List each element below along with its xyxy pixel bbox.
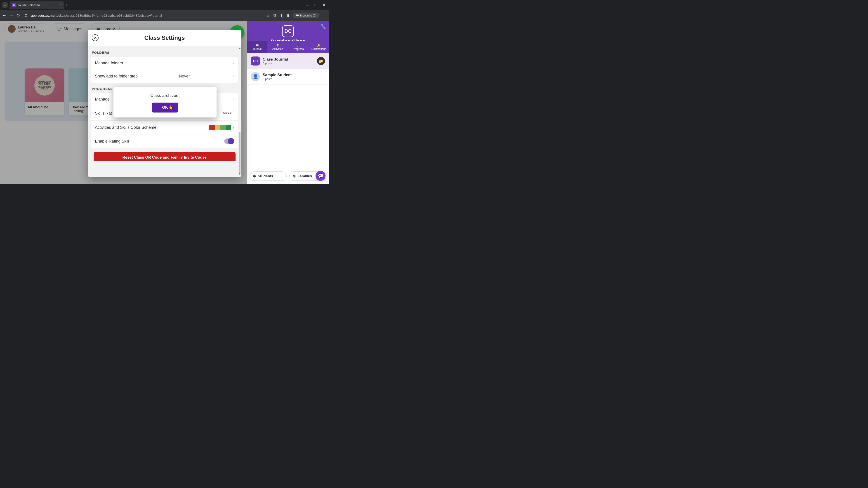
plus-circle-icon: ⊕ [253,174,256,178]
bell-icon: 🔔 [317,44,320,47]
incognito-badge[interactable]: 🕶 Incognito (2) [293,13,319,18]
tab-notifications[interactable]: 🔔Notifications [309,41,329,53]
browser-toolbar: ← → ⟳ ⚙ app.seesaw.me/#/class/class.013e… [0,10,329,21]
chevron-right-icon: › [233,74,234,78]
chat-fab[interactable]: 💬 [315,171,326,181]
reset-codes-button[interactable]: Reset Class QR Code and Family Invite Co… [94,152,236,161]
new-tab-button[interactable]: + [66,3,68,7]
back-button[interactable]: ← [2,13,6,18]
browser-titlebar: ⌄ S Journal - Seesaw × + ― ❐ ✕ [0,0,329,10]
kebab-menu-icon[interactable]: ⋮ [323,13,327,18]
class-hero: 🔧 DC Drawing Class 📖Journal 💡Activities … [247,21,329,53]
modal-close-button[interactable]: ✕ [92,34,98,41]
maximize-icon[interactable]: ❐ [314,3,317,7]
color-scheme-row[interactable]: Activities and Skills Color Scheme › [91,121,238,134]
enable-rating-row: Enable Rating Skill [91,134,238,148]
chevron-right-icon: › [233,61,234,66]
modal-title: Class Settings [144,34,185,41]
scroll-thumb[interactable] [239,132,241,175]
section-label: FOLDERS [92,51,237,55]
close-window-icon[interactable]: ✕ [323,3,326,7]
archive-confirmation-dialog: Class archived. OK [114,87,217,118]
settings-wrench-icon[interactable]: 🔧 [320,24,326,29]
downloads-icon[interactable]: ⬇ [280,13,283,18]
chat-icon: 💬 [318,173,323,178]
minimize-icon[interactable]: ― [306,3,309,7]
enable-rating-toggle[interactable] [224,138,234,144]
confirmation-message: Class archived. [118,93,212,98]
student-row[interactable]: 👤 Sample Student 0 posts [247,69,329,85]
class-avatar: DC [282,25,294,37]
scroll-up-icon[interactable]: ▲ [239,46,241,49]
seesaw-favicon-icon: S [12,3,16,7]
forward-button: → [9,13,13,18]
bookmark-star-icon[interactable]: ☆ [266,13,270,18]
chevron-right-icon: › [233,125,234,130]
scroll-down-icon[interactable]: ▼ [239,172,241,175]
incognito-icon: 🕶 [296,14,299,17]
tab-progress[interactable]: 🎓Progress [288,41,309,53]
tab-activities[interactable]: 💡Activities [268,41,288,53]
color-swatch [209,125,231,130]
student-avatar-icon: 👤 [251,72,260,81]
chevron-right-icon: › [233,97,234,102]
students-button[interactable]: ⊕Students [250,171,287,181]
window-controls: ― ❐ ✕ [306,3,327,7]
tab-close-icon[interactable]: × [59,3,61,7]
progress-icon: 🎓 [297,44,300,47]
tab-journal[interactable]: 📖Journal [247,41,268,53]
ok-button[interactable]: OK [152,103,178,112]
show-add-folder-row[interactable]: Show add to folder step Never › [91,70,238,83]
tab-title: Journal - Seesaw [18,3,40,7]
browser-tab[interactable]: S Journal - Seesaw × [9,1,64,9]
tab-search-dropdown[interactable]: ⌄ [2,2,8,8]
class-journal-row[interactable]: DC Class Journal 0 posts 📁 [247,53,329,69]
class-sidebar: 🔧 DC Drawing Class 📖Journal 💡Activities … [247,21,329,184]
manage-folders-row[interactable]: Manage folders› [91,57,238,70]
journal-icon: 📖 [255,44,259,47]
skills-rating-dropdown[interactable]: tars ▾ [221,110,234,116]
activities-icon: 💡 [276,44,279,47]
folder-icon[interactable]: 📁 [317,57,325,65]
extensions-icon[interactable]: ⧉ [274,13,276,18]
plus-circle-icon: ⊕ [293,174,296,178]
reader-icon[interactable]: ▮ [287,13,289,18]
reload-button[interactable]: ⟳ [17,13,20,18]
address-bar[interactable]: app.seesaw.me/#/class/class.013e8bba-54f… [31,13,263,18]
modal-scrollbar[interactable]: ▲ ▼ [238,46,241,175]
site-info-icon[interactable]: ⚙ [23,13,29,18]
